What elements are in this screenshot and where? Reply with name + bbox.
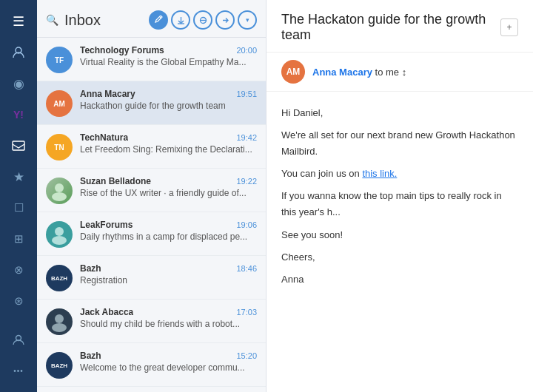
mail-time: 19:22 (236, 177, 257, 186)
list-item[interactable]: LeakForums 19:06 Daily rhythms in a camp… (37, 212, 266, 256)
mail-sender: Bazh (80, 263, 101, 274)
inbox-nav-icon[interactable] (5, 132, 32, 159)
mail-subject: Let Freedom Sing: Remixing the Declarati… (80, 144, 257, 155)
hamburger-icon[interactable]: ☰ (5, 8, 32, 35)
contacts-icon[interactable]: ◉ (5, 70, 32, 97)
mail-items-list: TF Technology Forums 20:00 Virtual Reali… (37, 38, 266, 392)
avatar: BAZH (46, 265, 73, 291)
mail-subject: Hackathon guide for the growth team (80, 101, 257, 111)
svg-point-8 (55, 227, 64, 236)
mail-time: 17:03 (236, 308, 257, 317)
body-signature: Anna (281, 271, 518, 288)
mail-subject: Daily rhythms in a camp for displaced pe… (80, 232, 257, 242)
avatar (46, 178, 73, 204)
mail-sender: Jack Abacca (80, 307, 133, 317)
mail-sender: LeakForums (80, 220, 133, 230)
mail-sender: TechNatura (80, 132, 128, 143)
download-button[interactable] (171, 10, 190, 30)
tags-icon[interactable]: ⊛ (5, 288, 32, 314)
svg-point-7 (52, 192, 67, 201)
files-icon[interactable]: ☐ (5, 195, 32, 221)
mail-subject: Rise of the UX writer · a friendly guide… (80, 188, 257, 198)
avatar: TF (46, 47, 73, 73)
list-item[interactable]: BAZH Bazh 15:20 Welcome to the great dev… (37, 343, 266, 387)
mail-time: 19:42 (236, 133, 257, 142)
mail-sender: Technology Forums (80, 45, 164, 55)
mail-time: 18:46 (236, 264, 257, 273)
body-line-2: You can join us on this link. (281, 166, 518, 182)
compose-button[interactable] (149, 10, 168, 30)
mail-subject: Welcome to the great developer commu... (80, 362, 257, 373)
mail-subject: Virtual Reality is the Global Empathy Ma… (80, 57, 257, 67)
email-subject: The Hackaton guide for the growth team (281, 12, 492, 43)
avatar (46, 308, 73, 335)
svg-point-9 (52, 236, 67, 245)
apps-icon[interactable]: ⊞ (5, 226, 32, 252)
sender-info: Anna Macary to me ↕ (312, 67, 406, 78)
avatar (46, 221, 73, 248)
email-body: Hi Daniel, We're all set for our next br… (266, 92, 533, 392)
body-cheers: Cheers, (281, 249, 518, 266)
bottom-contacts-icon[interactable] (5, 326, 32, 353)
more-dots-icon[interactable]: ••• (5, 357, 32, 384)
body-greeting: Hi Daniel, (281, 105, 518, 121)
svg-point-11 (52, 323, 67, 332)
list-item[interactable]: TF Technology Forums 20:00 Virtual Reali… (37, 38, 266, 81)
block-button[interactable] (193, 10, 212, 30)
mail-sender: Bazh (80, 351, 101, 361)
mail-time: 20:00 (236, 46, 257, 55)
shopping-icon[interactable]: ⊗ (5, 257, 32, 283)
expand-button[interactable]: + (500, 18, 518, 36)
svg-point-6 (55, 183, 64, 192)
inbox-title: Inbox (64, 12, 149, 29)
mail-list-panel: 🔍 Inbox (37, 0, 266, 392)
list-item[interactable]: TN TechNatura 19:42 Let Freedom Sing: Re… (37, 125, 266, 169)
avatar: BAZH (46, 352, 73, 379)
mail-sender: Suzan Belladone (80, 176, 151, 186)
search-icon[interactable]: 🔍 (46, 14, 58, 26)
avatar: AM (46, 90, 73, 117)
sender-name: Anna Macary (312, 67, 372, 78)
yahoo-icon[interactable]: Y! (5, 101, 32, 128)
mail-time: 19:06 (236, 220, 257, 229)
sender-row: AM Anna Macary to me ↕ (266, 53, 533, 92)
body-line-3: If you wanna know the top main tips to r… (281, 188, 518, 220)
starred-icon[interactable]: ★ (5, 163, 32, 190)
accounts-icon[interactable] (5, 39, 32, 66)
left-navigation: ☰ ◉ Y! ★ ☐ ⊞ ⊗ ⊛ ••• (0, 0, 37, 392)
mail-subject: Should my child be friends with a robot.… (80, 319, 257, 329)
toolbar-icons: ▾ (149, 10, 257, 30)
list-item[interactable]: Suzan Belladone 19:22 Rise of the UX wri… (37, 169, 266, 212)
avatar: TN (46, 134, 73, 160)
list-item[interactable]: AM Anna Macary 19:51 Hackathon guide for… (37, 81, 266, 125)
more-button[interactable]: ▾ (238, 10, 257, 30)
mail-list-header: 🔍 Inbox (37, 0, 266, 38)
list-item[interactable]: Jack Abacca 17:03 Should my child be fri… (37, 300, 266, 343)
mail-time: 19:51 (236, 89, 257, 98)
list-item[interactable]: BAZH Bazh 18:46 Registration (37, 256, 266, 300)
sender-avatar: AM (281, 60, 305, 84)
svg-point-10 (55, 314, 64, 323)
email-link[interactable]: this link. (362, 168, 397, 179)
mail-subject: Registration (80, 275, 257, 285)
reading-pane: The Hackaton guide for the growth team +… (266, 0, 533, 392)
body-line-1: We're all set for our next brand new Gro… (281, 127, 518, 160)
sender-to: to me ↕ (375, 67, 407, 78)
mail-time: 15:20 (236, 351, 257, 360)
list-item[interactable]: TF Technology Forums 15:12 Learning in V… (37, 387, 266, 392)
reply-button[interactable] (215, 10, 235, 30)
reading-header: The Hackaton guide for the growth team + (266, 0, 533, 53)
mail-sender: Anna Macary (80, 89, 135, 99)
body-line-4: See you soon! (281, 227, 518, 243)
